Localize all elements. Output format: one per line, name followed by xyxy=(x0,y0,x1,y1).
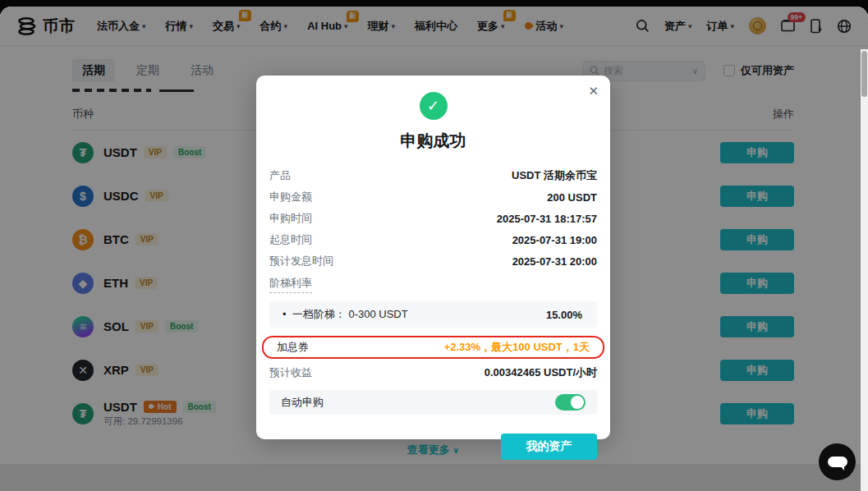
chat-bubble-icon xyxy=(828,457,847,467)
detail-row-payout-time: 预计发息时间2025-07-31 20:00 xyxy=(269,254,597,268)
page-scrollbar[interactable] xyxy=(861,49,868,491)
app-window: 币市 法币入金▾ 行情▾ 交易▾ 新 合约▾ AI Hub▾ 新 理财▾ xyxy=(0,7,868,491)
bullet-icon: • xyxy=(282,308,287,320)
subscription-success-modal: ✕ ✓ 申购成功 产品USDT 活期余币宝 申购金额200 USDT 申购时间2… xyxy=(256,76,610,439)
coupon-label: 加息券 xyxy=(277,340,309,355)
detail-row-subscribe-time: 申购时间2025-07-31 18:17:57 xyxy=(269,211,597,226)
detail-row-interest-start: 起息时间2025-07-31 19:00 xyxy=(269,232,597,247)
success-check-icon: ✓ xyxy=(420,92,448,120)
detail-row-estimated-income: 预计收益0.00342465 USDT/小时 xyxy=(269,365,597,380)
auto-subscribe-row: 自动申购 xyxy=(269,390,597,415)
modal-title: 申购成功 xyxy=(269,130,597,152)
tier-rate-label[interactable]: 阶梯利率 xyxy=(269,276,312,293)
coupon-value: +2.33%，最大100 USDT，1天 xyxy=(444,340,590,355)
detail-row-amount: 申购金额200 USDT xyxy=(269,190,597,204)
auto-subscribe-label: 自动申购 xyxy=(281,395,324,410)
support-chat-button[interactable] xyxy=(819,443,856,480)
tier-rate-value: 15.00% xyxy=(546,309,582,321)
tier-rate-row: • 一档阶梯： 0-300 USDT 15.00% xyxy=(269,301,597,328)
my-assets-button[interactable]: 我的资产 xyxy=(501,434,597,460)
auto-subscribe-toggle[interactable] xyxy=(555,394,586,411)
scrollbar-thumb[interactable] xyxy=(861,51,867,97)
interest-coupon-row-highlighted: 加息券 +2.33%，最大100 USDT，1天 xyxy=(262,336,604,359)
close-icon[interactable]: ✕ xyxy=(588,84,599,99)
detail-row-product: 产品USDT 活期余币宝 xyxy=(269,168,597,183)
